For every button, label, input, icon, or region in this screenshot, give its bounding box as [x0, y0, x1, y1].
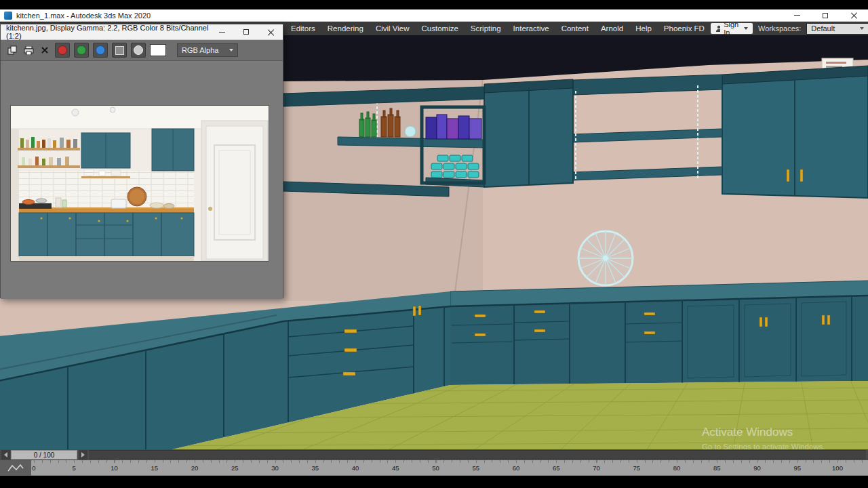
- maximize-button[interactable]: [811, 9, 840, 21]
- sign-in-label: Sign In: [724, 20, 741, 37]
- left-arrow-icon: [4, 452, 7, 458]
- wall-wheel: [578, 231, 633, 285]
- time-slider: 0 / 100: [0, 449, 868, 460]
- menu-item-scripting[interactable]: Scripting: [465, 22, 507, 35]
- clear-icon[interactable]: [39, 44, 51, 56]
- frame-tick-0: 0: [32, 464, 35, 472]
- frame-tick-5: 5: [73, 464, 76, 472]
- blue-channel-icon[interactable]: [93, 43, 108, 58]
- cabinet-handle: [787, 169, 789, 182]
- render-close-button[interactable]: [258, 24, 283, 39]
- next-frame-button[interactable]: [79, 450, 87, 460]
- frame-tick-95: 95: [793, 464, 801, 472]
- render-frame-window: kitchenn.jpg, Display Gamma: 2.2, RGB Co…: [0, 24, 283, 298]
- render-minimize-button[interactable]: [210, 24, 234, 39]
- sign-in-button[interactable]: Sign In: [711, 23, 753, 34]
- rendered-image: [10, 105, 269, 262]
- time-slider-handle[interactable]: 0 / 100: [11, 450, 77, 460]
- frame-tick-25: 25: [231, 464, 239, 472]
- frame-tick-100: 100: [832, 464, 843, 472]
- base-cabinets-right: [450, 281, 868, 385]
- render-window-body: [1, 61, 283, 299]
- frame-tick-85: 85: [713, 464, 721, 472]
- right-arrow-icon: [81, 452, 85, 458]
- frame-tick-80: 80: [673, 464, 681, 472]
- screen: kitchen_1.max - Autodesk 3ds Max 2020 Ed…: [0, 0, 868, 488]
- user-icon: [715, 25, 720, 32]
- minimize-icon: [219, 32, 225, 33]
- track-bar[interactable]: 0510152025303540455055606570758085909510…: [0, 460, 868, 476]
- frame-tick-10: 10: [111, 464, 118, 472]
- frame-tick-15: 15: [151, 464, 158, 472]
- time-slider-track[interactable]: [89, 450, 866, 460]
- menu-item-help[interactable]: Help: [629, 22, 658, 35]
- maximize-icon: [823, 13, 828, 18]
- workspace-dropdown[interactable]: Default: [806, 23, 868, 35]
- green-channel-icon[interactable]: [74, 43, 89, 58]
- menu-item-customize[interactable]: Customize: [416, 22, 465, 35]
- letterbox-bottom: [0, 476, 868, 488]
- frame-tick-60: 60: [513, 464, 520, 472]
- frame-tick-75: 75: [633, 464, 640, 472]
- print-icon[interactable]: [22, 44, 35, 56]
- workspace-value: Default: [811, 24, 835, 33]
- render-window-toolbar: RGB Alpha: [1, 40, 283, 61]
- menu-item-civil-view[interactable]: Civil View: [370, 22, 416, 35]
- channel-dropdown-value: RGB Alpha: [182, 46, 218, 54]
- frame-tick-70: 70: [593, 464, 600, 472]
- alpha-channel-icon[interactable]: [112, 43, 127, 58]
- clone-icon[interactable]: [6, 44, 18, 56]
- monochrome-icon[interactable]: [131, 43, 146, 58]
- frame-tick-50: 50: [432, 464, 439, 472]
- frame-tick-35: 35: [311, 464, 319, 472]
- frame-tick-30: 30: [271, 464, 279, 472]
- frame-tick-20: 20: [191, 464, 199, 472]
- red-channel-icon[interactable]: [55, 43, 70, 58]
- frame-tick-90: 90: [753, 464, 761, 472]
- render-window-titlebar[interactable]: kitchenn.jpg, Display Gamma: 2.2, RGB Co…: [1, 24, 283, 40]
- frame-tick-55: 55: [472, 464, 479, 472]
- menu-item-rendering[interactable]: Rendering: [321, 22, 370, 35]
- close-button[interactable]: [840, 9, 868, 21]
- frame-ruler: 0510152025303540455055606570758085909510…: [0, 460, 868, 475]
- menu-item-arnold[interactable]: Arnold: [595, 22, 629, 35]
- 3ds-max-app-icon: [4, 12, 12, 20]
- close-icon: [268, 29, 274, 35]
- workspaces-label: Workspaces:: [758, 24, 801, 33]
- letterbox-top: [0, 0, 868, 9]
- menu-item-content[interactable]: Content: [555, 22, 595, 35]
- close-icon: [851, 12, 857, 18]
- render-window-title: kitchenn.jpg, Display Gamma: 2.2, RGB Co…: [6, 24, 210, 40]
- minimize-button[interactable]: [783, 9, 811, 21]
- menu-item-editors[interactable]: Editors: [285, 22, 321, 35]
- activate-windows-watermark: Activate Windows: [702, 426, 793, 439]
- minimize-icon: [794, 15, 800, 16]
- render-maximize-button[interactable]: [234, 24, 258, 39]
- chevron-down-icon: [229, 49, 233, 52]
- channel-dropdown[interactable]: RGB Alpha: [177, 43, 238, 57]
- frame-tick-45: 45: [392, 464, 399, 472]
- chevron-down-icon: [860, 27, 864, 30]
- menu-item-phoenix-fd[interactable]: Phoenix FD: [658, 22, 711, 35]
- window-title: kitchen_1.max - Autodesk 3ds Max 2020: [16, 12, 151, 20]
- menu-item-interactive[interactable]: Interactive: [507, 22, 555, 35]
- color-swatch[interactable]: [150, 44, 166, 56]
- frame-tick-65: 65: [553, 464, 560, 472]
- maximize-icon: [243, 29, 249, 35]
- frame-tick-40: 40: [352, 464, 359, 472]
- cabinet-handle: [800, 169, 803, 182]
- chevron-down-icon: [744, 27, 748, 30]
- previous-frame-button[interactable]: [1, 450, 10, 460]
